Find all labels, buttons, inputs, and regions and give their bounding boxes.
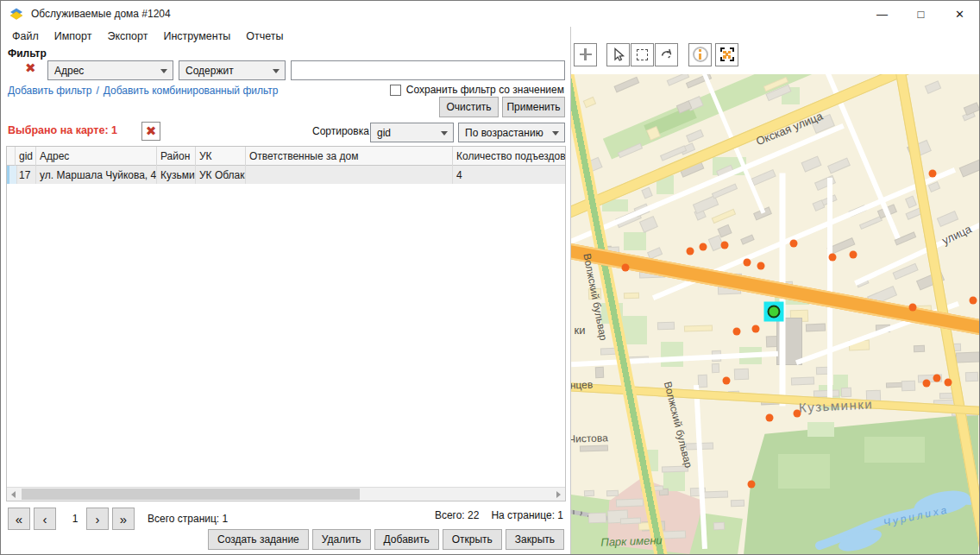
- save-filter-label: Сохранить фильтр со значением: [406, 84, 564, 96]
- column-header-gid[interactable]: gid: [16, 147, 36, 166]
- fit-markers-icon: [720, 47, 734, 61]
- house-marker[interactable]: [794, 410, 801, 418]
- add-button[interactable]: Добавить: [374, 529, 439, 550]
- scrollbar-thumb[interactable]: [22, 489, 360, 500]
- house-marker[interactable]: [829, 254, 837, 262]
- house-marker[interactable]: [970, 297, 977, 305]
- column-header-address[interactable]: Адрес: [36, 147, 157, 166]
- select-cursor-button[interactable]: [606, 43, 630, 66]
- map-markers-layer: [571, 74, 980, 555]
- chevron-down-icon: [441, 131, 448, 136]
- column-header-district[interactable]: Район: [157, 147, 196, 166]
- lasso-select-icon: [660, 47, 674, 61]
- menu-tools[interactable]: Инструменты: [155, 30, 238, 42]
- column-header-uk[interactable]: УК: [196, 147, 246, 166]
- menu-file[interactable]: Файл: [4, 30, 47, 42]
- house-marker[interactable]: [700, 243, 707, 251]
- close-record-button[interactable]: Закрыть: [506, 529, 564, 550]
- clear-selection-icon: ✖: [146, 123, 157, 139]
- cell-gid: 17: [16, 166, 36, 184]
- object-info-button[interactable]: [688, 43, 712, 66]
- next-page-button[interactable]: ›: [86, 508, 109, 530]
- menu-bar: Файл Импорт Экспорт Инструменты Отчеты: [4, 27, 292, 46]
- house-marker[interactable]: [945, 379, 952, 387]
- house-marker[interactable]: [790, 240, 798, 248]
- rect-select-icon: [637, 49, 648, 60]
- create-task-button[interactable]: Создать задание: [208, 529, 309, 550]
- house-marker[interactable]: [757, 262, 765, 270]
- selected-house-marker[interactable]: [764, 302, 784, 322]
- total-pages-label: Всего страниц: 1: [148, 508, 228, 530]
- filter-operator-value: Содержит: [185, 65, 234, 77]
- lasso-select-button[interactable]: [655, 43, 678, 66]
- map-toolbar: [571, 42, 738, 66]
- plus-icon: [580, 48, 592, 60]
- filter-field-select[interactable]: Адрес: [47, 60, 173, 80]
- total-count-label: Всего: 22: [435, 509, 479, 521]
- zoom-to-markers-button[interactable]: [715, 43, 738, 66]
- cell-entrances: 4: [453, 166, 566, 184]
- menu-export[interactable]: Экспорт: [99, 30, 155, 42]
- sort-direction-value: По возрастанию: [465, 127, 543, 139]
- scroll-right-icon[interactable]: [556, 491, 561, 498]
- column-header-entrances[interactable]: Количество подъездов: [453, 147, 566, 166]
- house-marker[interactable]: [622, 264, 630, 272]
- cell-responsible: [246, 166, 453, 184]
- house-marker[interactable]: [923, 380, 931, 388]
- chevron-down-icon: [160, 69, 167, 73]
- minimize-button[interactable]: —: [863, 1, 901, 27]
- house-marker[interactable]: [748, 481, 756, 489]
- close-button[interactable]: ✕: [940, 1, 979, 27]
- scroll-left-icon[interactable]: [11, 491, 16, 498]
- open-button[interactable]: Открыть: [443, 529, 502, 550]
- clear-button[interactable]: Очистить: [439, 97, 499, 117]
- filter-section-title: Фильтр: [8, 47, 47, 60]
- left-panel: Файл Импорт Экспорт Инструменты Отчеты Ф…: [1, 27, 570, 555]
- delete-button[interactable]: Удалить: [312, 529, 371, 550]
- filter-field-value: Адрес: [54, 65, 84, 77]
- apply-button[interactable]: Применить: [502, 97, 565, 117]
- house-marker[interactable]: [752, 325, 760, 333]
- house-marker[interactable]: [909, 304, 917, 312]
- add-combined-filter-link[interactable]: Добавить комбинированный фильтр: [104, 85, 279, 97]
- maximize-button[interactable]: □: [901, 1, 940, 27]
- first-page-button[interactable]: «: [8, 508, 30, 530]
- map-canvas[interactable]: Окская улицаулицаВолжский бульварВолжски…: [571, 74, 980, 555]
- column-header-responsible[interactable]: Ответственные за дом: [246, 147, 453, 166]
- house-marker[interactable]: [766, 414, 774, 422]
- sort-field-select[interactable]: gid: [370, 123, 454, 142]
- house-marker[interactable]: [933, 375, 941, 382]
- sort-direction-select[interactable]: По возрастанию: [458, 123, 565, 142]
- house-marker[interactable]: [721, 242, 729, 249]
- horizontal-scrollbar[interactable]: [7, 487, 565, 501]
- map-panel: Окская улицаулицаВолжский бульварВолжски…: [570, 27, 980, 555]
- last-page-button[interactable]: »: [112, 508, 135, 530]
- prev-page-button[interactable]: ‹: [34, 508, 56, 530]
- houses-table: gid Адрес Район УК Ответственные за дом …: [6, 146, 566, 501]
- link-separator: /: [96, 85, 98, 97]
- window-title: Обслуживаемые дома #1204: [31, 8, 171, 20]
- house-marker[interactable]: [733, 328, 741, 336]
- house-marker[interactable]: [744, 259, 751, 267]
- current-page: 1: [65, 508, 85, 530]
- house-marker[interactable]: [723, 377, 731, 385]
- filter-operator-select[interactable]: Содержит: [179, 60, 286, 80]
- cursor-icon: [612, 47, 625, 61]
- house-marker[interactable]: [687, 248, 694, 255]
- selected-on-map-label: Выбрано на карте: 1: [8, 124, 117, 136]
- remove-filter-icon[interactable]: ✖: [25, 60, 36, 76]
- menu-import[interactable]: Импорт: [47, 30, 100, 42]
- house-marker[interactable]: [850, 251, 858, 259]
- add-filter-link[interactable]: Добавить фильтр: [8, 85, 91, 97]
- sort-field-value: gid: [377, 127, 391, 139]
- chevron-down-icon: [552, 131, 559, 136]
- add-object-button[interactable]: [574, 43, 597, 66]
- menu-reports[interactable]: Отчеты: [238, 30, 291, 42]
- filter-value-input[interactable]: [291, 60, 565, 80]
- cell-district: Кузьминки: [157, 166, 196, 184]
- house-marker[interactable]: [929, 170, 937, 178]
- table-row[interactable]: 17 ул. Маршала Чуйкова, 4 Кузьминки УК О…: [7, 166, 565, 184]
- clear-selection-button[interactable]: ✖: [141, 122, 160, 141]
- save-filter-checkbox[interactable]: [390, 85, 401, 96]
- rect-select-button[interactable]: [631, 43, 654, 66]
